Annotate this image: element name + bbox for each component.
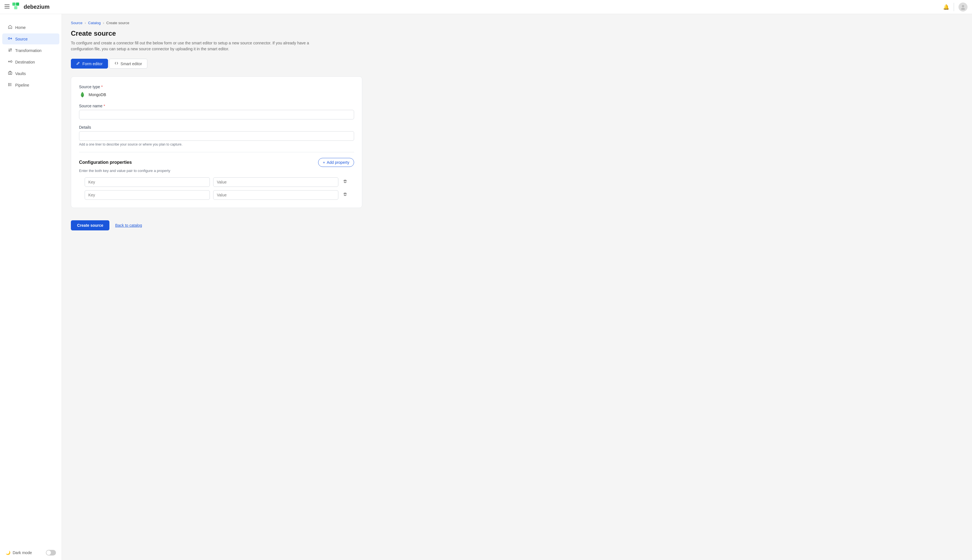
home-icon xyxy=(8,25,12,30)
sidebar-nav: Home Source Transformation Destination xyxy=(0,17,62,95)
page-description: To configure and create a connector fill… xyxy=(71,40,324,52)
value-input-2[interactable] xyxy=(213,190,338,200)
sidebar-item-destination[interactable]: Destination xyxy=(2,57,59,67)
app-name: debezium xyxy=(23,3,50,10)
create-source-button[interactable]: Create source xyxy=(71,220,109,230)
svg-point-16 xyxy=(8,85,9,86)
sidebar-item-vaults[interactable]: Vaults xyxy=(2,68,59,79)
form-card: Source type * MongoDB Source name xyxy=(71,77,362,208)
svg-point-6 xyxy=(962,5,964,7)
breadcrumb-source[interactable]: Source xyxy=(71,21,82,25)
svg-rect-2 xyxy=(5,8,10,8)
plus-icon: + xyxy=(323,160,325,165)
sidebar-item-label-source: Source xyxy=(15,37,28,41)
dark-mode-toggle[interactable] xyxy=(46,550,56,555)
svg-point-7 xyxy=(961,8,965,10)
svg-rect-3 xyxy=(12,3,15,6)
tab-form-editor[interactable]: Form editor xyxy=(71,59,108,68)
details-group: Details Add a one liner to describe your… xyxy=(79,125,354,147)
value-input-1[interactable] xyxy=(213,177,338,187)
source-name-label: Source name * xyxy=(79,104,354,108)
svg-point-8 xyxy=(8,38,10,39)
sidebar-bottom: 🌙 Dark mode xyxy=(0,545,62,560)
hamburger-icon[interactable] xyxy=(5,5,10,10)
form-editor-icon xyxy=(76,61,80,66)
smart-editor-icon xyxy=(114,61,119,66)
bell-icon[interactable]: 🔔 xyxy=(943,4,949,10)
source-type-label: Source type * xyxy=(79,85,354,89)
sidebar-item-label-pipeline: Pipeline xyxy=(15,83,29,87)
source-type-display: MongoDB xyxy=(79,91,354,98)
source-type-value: MongoDB xyxy=(89,92,106,97)
svg-rect-12 xyxy=(8,72,12,75)
property-rows xyxy=(79,177,354,200)
table-row xyxy=(85,190,348,200)
svg-point-10 xyxy=(10,61,12,62)
svg-rect-0 xyxy=(5,5,10,5)
details-input[interactable] xyxy=(79,131,354,141)
transformation-icon xyxy=(8,48,12,53)
breadcrumb-catalog[interactable]: Catalog xyxy=(88,21,101,25)
user-avatar[interactable] xyxy=(959,3,967,12)
moon-icon: 🌙 xyxy=(6,550,10,555)
config-description: Enter the both key and value pair to con… xyxy=(79,168,354,173)
source-name-input[interactable] xyxy=(79,110,354,119)
delete-icon-2[interactable] xyxy=(342,191,348,199)
vaults-icon xyxy=(8,71,12,76)
breadcrumb: Source › Catalog › Create source xyxy=(71,21,362,25)
tab-form-editor-label: Form editor xyxy=(82,62,103,66)
add-property-label: Add property xyxy=(327,160,349,165)
config-title: Configuration properties xyxy=(79,160,132,165)
back-to-catalog-link[interactable]: Back to catalog xyxy=(115,223,142,228)
pipeline-icon xyxy=(8,82,12,88)
sidebar-item-label-destination: Destination xyxy=(15,60,35,64)
sidebar-item-source[interactable]: Source xyxy=(2,33,59,44)
breadcrumb-current: Create source xyxy=(106,21,129,25)
table-row xyxy=(85,177,348,187)
divider xyxy=(79,152,354,152)
tab-smart-editor[interactable]: Smart editor xyxy=(109,59,147,68)
svg-point-13 xyxy=(10,73,11,74)
sidebar-item-label-transformation: Transformation xyxy=(15,48,42,53)
svg-rect-4 xyxy=(16,3,19,6)
key-input-2[interactable] xyxy=(85,190,210,200)
sidebar-item-label-home: Home xyxy=(15,25,25,30)
tab-smart-editor-label: Smart editor xyxy=(120,62,142,66)
dark-mode-label: Dark mode xyxy=(13,550,32,555)
details-label: Details xyxy=(79,125,354,130)
page-title: Create source xyxy=(71,30,362,37)
key-input-1[interactable] xyxy=(85,177,210,187)
source-type-group: Source type * MongoDB xyxy=(79,85,354,98)
svg-rect-1 xyxy=(5,6,10,7)
svg-rect-5 xyxy=(14,6,17,9)
required-star-name: * xyxy=(104,104,105,108)
svg-point-14 xyxy=(8,83,9,84)
details-hint: Add a one liner to describe your source … xyxy=(79,142,354,147)
bottom-actions: Create source Back to catalog xyxy=(71,216,362,235)
sidebar-item-transformation[interactable]: Transformation xyxy=(2,45,59,56)
sidebar-item-label-vaults: Vaults xyxy=(15,72,26,76)
editor-tabs: Form editor Smart editor xyxy=(71,59,362,68)
destination-icon xyxy=(8,59,12,65)
breadcrumb-sep-2: › xyxy=(103,21,104,25)
sidebar-item-home[interactable]: Home xyxy=(2,22,59,33)
svg-point-15 xyxy=(8,84,9,85)
delete-icon-1[interactable] xyxy=(342,178,348,186)
required-star-type: * xyxy=(101,85,103,89)
logo-area: debezium xyxy=(12,3,50,12)
add-property-button[interactable]: + Add property xyxy=(318,158,354,167)
config-header: Configuration properties + Add property xyxy=(79,158,354,167)
source-icon xyxy=(8,36,12,42)
sidebar-item-pipeline[interactable]: Pipeline xyxy=(2,80,59,90)
breadcrumb-sep-1: › xyxy=(85,21,86,25)
source-name-group: Source name * xyxy=(79,104,354,119)
